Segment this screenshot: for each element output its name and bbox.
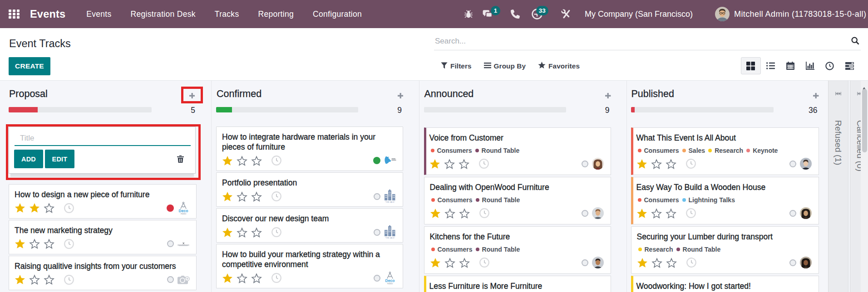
activity-clock-icon[interactable] <box>271 227 281 237</box>
activity-view-button[interactable] <box>820 57 840 74</box>
activity-clock-icon[interactable] <box>64 275 74 285</box>
star-empty-icon[interactable] <box>651 208 662 219</box>
quick-create-edit-button[interactable]: EDIT <box>45 150 74 168</box>
kanban-card[interactable]: Securing your Lumber during transportRes… <box>631 226 819 274</box>
star-empty-icon[interactable] <box>459 258 470 268</box>
card-avatar[interactable] <box>799 157 813 170</box>
kanban-card[interactable]: The new marketing strategy <box>9 220 197 254</box>
star-filled-icon[interactable] <box>637 258 648 268</box>
star-empty-icon[interactable] <box>237 191 247 202</box>
search-bar[interactable] <box>434 33 861 50</box>
activity-clock-icon[interactable] <box>686 159 696 169</box>
star-filled-icon[interactable] <box>15 203 25 213</box>
star-empty-icon[interactable] <box>444 159 455 169</box>
card-rating-stars[interactable] <box>637 258 681 268</box>
card-partner-logo[interactable]: "THE JACK" <box>383 190 397 203</box>
column-progressbar[interactable] <box>9 107 152 112</box>
star-empty-icon[interactable] <box>666 258 677 268</box>
card-rating-stars[interactable] <box>15 238 58 249</box>
card-rating-stars[interactable] <box>15 274 58 285</box>
column-progressbar[interactable] <box>424 107 566 112</box>
card-avatar[interactable] <box>591 207 605 219</box>
tools-icon[interactable] <box>561 0 571 28</box>
card-rating-stars[interactable] <box>222 227 266 238</box>
star-filled-icon[interactable] <box>222 227 233 238</box>
folded-column-0[interactable]: Refused (1) <box>828 81 848 292</box>
kanban-state-muted[interactable] <box>789 259 796 266</box>
kanban-card[interactable]: Portfolio presentation"THE JACK" <box>216 172 403 207</box>
card-rating-stars[interactable] <box>636 208 680 219</box>
star-filled-icon[interactable] <box>15 274 25 285</box>
star-empty-icon[interactable] <box>44 203 54 213</box>
kanban-state-muted[interactable] <box>582 259 588 266</box>
card-rating-stars[interactable] <box>636 159 680 169</box>
column-progressbar[interactable] <box>631 107 774 112</box>
star-empty-icon[interactable] <box>29 238 40 249</box>
star-filled-icon[interactable] <box>429 159 440 169</box>
kanban-state-muted[interactable] <box>789 161 796 167</box>
kanban-state-muted[interactable] <box>374 229 380 236</box>
gantt-view-button[interactable] <box>840 57 860 74</box>
column-progressbar[interactable] <box>216 107 358 112</box>
star-empty-icon[interactable] <box>251 227 262 238</box>
kanban-state-muted[interactable] <box>374 193 380 200</box>
star-empty-icon[interactable] <box>251 191 262 202</box>
bug-icon[interactable] <box>464 0 473 28</box>
kanban-card[interactable]: How to build your marketing strategy wit… <box>216 244 403 288</box>
star-filled-icon[interactable] <box>430 208 441 219</box>
create-button[interactable]: CREATE <box>9 57 50 75</box>
kanban-view-button[interactable] <box>741 57 761 74</box>
star-filled-icon[interactable] <box>222 273 233 283</box>
star-filled-icon[interactable] <box>636 159 647 169</box>
add-column-record-icon[interactable] <box>398 92 403 100</box>
kanban-card[interactable]: Voice from CustomerConsumersRound Table <box>424 127 611 175</box>
star-empty-icon[interactable] <box>651 258 662 268</box>
kanban-card[interactable]: Dealing with OpenWood FurnitureConsumers… <box>424 177 611 224</box>
card-partner-logo[interactable]: "THE JACK" <box>383 226 397 238</box>
card-partner-logo[interactable] <box>177 238 190 250</box>
star-empty-icon[interactable] <box>237 156 247 166</box>
activity-clock-icon[interactable] <box>686 208 696 218</box>
star-filled-icon[interactable] <box>15 238 25 249</box>
unfold-arrows-icon[interactable] <box>829 92 848 96</box>
add-column-record-icon[interactable] <box>813 92 819 100</box>
favorites-button[interactable]: Favorites <box>538 62 580 71</box>
card-rating-stars[interactable] <box>429 159 473 169</box>
kanban-card[interactable]: What This Event Is All AboutConsumersSal… <box>631 127 819 175</box>
card-rating-stars[interactable] <box>430 208 473 219</box>
filters-button[interactable]: Filters <box>441 62 472 71</box>
kanban-state-muted[interactable] <box>167 240 174 247</box>
card-rating-stars[interactable] <box>430 258 473 268</box>
star-empty-icon[interactable] <box>459 159 469 169</box>
star-empty-icon[interactable] <box>666 159 676 169</box>
star-filled-icon[interactable] <box>430 258 441 268</box>
kanban-card[interactable]: Raising qualitive insights from your cus… <box>9 256 197 290</box>
card-avatar[interactable] <box>591 256 605 269</box>
card-rating-stars[interactable] <box>222 273 266 283</box>
kanban-card[interactable]: Easy Way To Build a Wooden HouseConsumer… <box>631 177 819 224</box>
star-empty-icon[interactable] <box>251 156 262 166</box>
kanban-card[interactable]: How to integrate hardware materials in y… <box>216 127 403 171</box>
group-by-button[interactable]: Group By <box>484 62 526 70</box>
star-empty-icon[interactable] <box>251 273 262 283</box>
kanban-card[interactable]: Kitchens for the FutureConsumersRound Ta… <box>424 226 611 274</box>
user-menu[interactable]: Mitchell Admin (11783018-15-0-all) <box>734 0 866 28</box>
search-icon[interactable] <box>851 37 859 47</box>
card-rating-stars[interactable] <box>222 156 266 166</box>
activity-clock-icon[interactable] <box>64 239 74 249</box>
quick-create-title-input[interactable] <box>15 131 191 146</box>
activity-clock-icon[interactable] <box>271 273 281 283</box>
card-avatar[interactable] <box>799 207 813 219</box>
discuss-icon[interactable]: 1 <box>483 0 493 28</box>
activity-clock-icon[interactable] <box>271 191 281 201</box>
activity-clock-icon[interactable] <box>271 156 281 165</box>
activity-clock-icon[interactable] <box>479 208 489 218</box>
kanban-state-muted[interactable] <box>582 210 588 217</box>
star-empty-icon[interactable] <box>44 238 54 249</box>
star-empty-icon[interactable] <box>459 208 470 219</box>
star-empty-icon[interactable] <box>44 274 54 285</box>
kanban-state-muted[interactable] <box>582 161 588 167</box>
kanban-card[interactable]: Woodworking: How I got started!Consumers… <box>631 276 819 292</box>
card-partner-logo[interactable] <box>383 154 397 167</box>
kanban-state-green[interactable] <box>373 157 380 164</box>
